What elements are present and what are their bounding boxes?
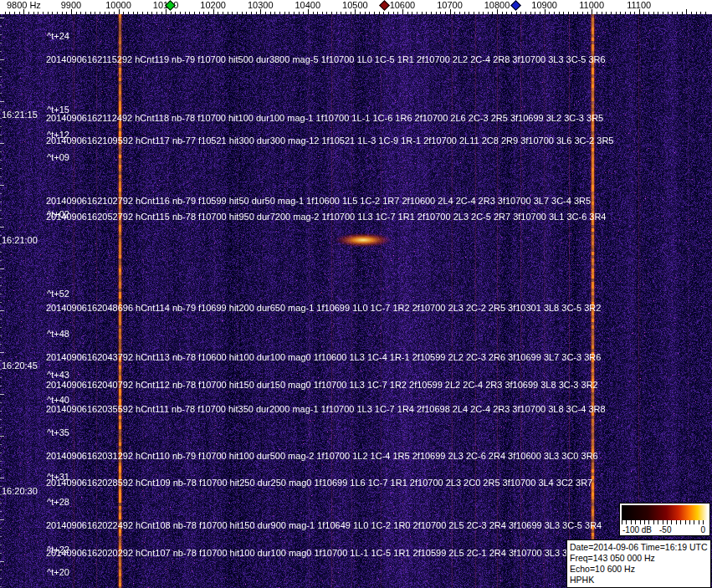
freq-axis-tick [450,9,451,14]
spectrogram-canvas [0,14,712,588]
freq-axis-tick [663,12,663,14]
freq-axis-tick [80,12,81,14]
freq-axis-tick [369,12,370,14]
freq-axis-tick [479,12,479,14]
freq-axis-tick [672,12,673,14]
freq-axis-tick [232,12,233,14]
freq-axis-tick [171,12,172,14]
freq-axis-tick [147,12,148,14]
freq-axis-tick [23,9,24,14]
freq-axis-tick [492,12,493,14]
freq-axis-tick [402,9,403,14]
freq-axis-tick [331,12,332,14]
freq-axis-tick [105,12,105,14]
freq-axis-tick [5,12,6,14]
freq-axis-tick [545,9,546,14]
freq-axis-tick [383,12,384,14]
freq-axis-tick [459,12,460,14]
freq-axis-tick [43,12,44,14]
freq-axis-tick [175,12,176,14]
freq-axis-tick [577,12,578,14]
freq-axis-tick [284,12,285,14]
freq-axis-tick [313,12,314,14]
freq-axis-tick [549,12,550,14]
freq-axis-tick [223,12,223,14]
freq-axis-tick [180,12,181,14]
freq-axis-tick [161,12,162,14]
freq-axis-tick [346,12,346,14]
freq-axis-tick [71,9,72,14]
freq-axis-tick [587,12,588,14]
freq-axis-tick [520,12,521,14]
color-scale-gradient [622,505,708,520]
freq-axis-tick [289,12,289,14]
freq-axis-tick [52,12,53,14]
freq-axis-tick [76,12,77,14]
freq-axis-tick [530,12,531,14]
info-frequency: Freq=143 050 000 Hz [570,553,708,564]
freq-axis-tick [554,12,555,14]
freq-axis-tick [393,12,394,14]
freq-axis-tick [388,12,389,14]
freq-axis-tick [677,12,678,14]
color-scale-min-label: -100 dB [622,525,652,534]
freq-axis-tick [426,12,427,14]
freq-axis-tick [582,12,583,14]
freq-axis-tick [100,12,100,14]
red-diamond-marker[interactable] [379,0,390,11]
freq-axis-tick [133,12,134,14]
freq-axis-tick [322,12,323,14]
freq-axis-tick [639,9,640,14]
info-date-time: Date=2014-09-06 Time=16:19 UTC [570,542,708,553]
freq-axis-tick [563,12,564,14]
frequency-axis: 9800 Hz990010000101001020010300104001050… [0,0,712,14]
blue-diamond-marker[interactable] [510,0,521,11]
freq-axis-tick [48,12,49,14]
freq-axis-tick [270,12,271,14]
freq-axis-tick [620,12,621,14]
freq-axis-tick [417,12,417,14]
freq-axis-tick [128,12,129,14]
freq-axis-tick [634,12,635,14]
freq-axis-tick [317,12,318,14]
freq-axis-tick [511,12,512,14]
freq-axis-tick [616,12,617,14]
info-echo-frequency: Echo=10 600 Hz [570,564,708,575]
freq-axis-tick [251,12,252,14]
freq-axis-tick [397,12,398,14]
freq-axis-tick [464,12,465,14]
freq-axis-tick [691,12,692,14]
info-station-code: HPHK [570,575,708,585]
freq-axis-tick [502,12,503,14]
freq-axis-tick [365,12,366,14]
freq-axis-tick [151,12,152,14]
freq-axis-tick [90,12,91,14]
freq-axis-tick [422,12,423,14]
freq-axis-tick [119,9,120,14]
freq-axis-tick [374,12,375,14]
freq-axis-tick [597,12,597,14]
freq-axis-tick [341,12,341,14]
freq-axis-tick [602,12,602,14]
freq-axis-tick [682,12,683,14]
freq-axis-tick [483,12,484,14]
freq-axis-tick [326,12,327,14]
freq-axis-tick [436,12,437,14]
freq-axis-tick [95,12,95,14]
freq-axis-tick [228,12,228,14]
freq-axis-tick [686,9,687,14]
freq-axis-tick [653,12,654,14]
freq-axis-tick [123,12,124,14]
freq-axis-tick [431,12,432,14]
freq-axis-tick [497,9,498,14]
freq-axis-tick [488,12,489,14]
freq-axis-tick [407,12,408,14]
freq-axis-tick [412,12,412,14]
freq-axis-tick [559,12,560,14]
freq-axis-tick [592,9,592,14]
freq-axis-tick [506,12,507,14]
freq-axis-tick [109,12,110,14]
color-scale-mid-label: -50 [659,525,671,534]
freq-axis-tick [166,9,166,14]
freq-axis-tick [9,12,10,14]
